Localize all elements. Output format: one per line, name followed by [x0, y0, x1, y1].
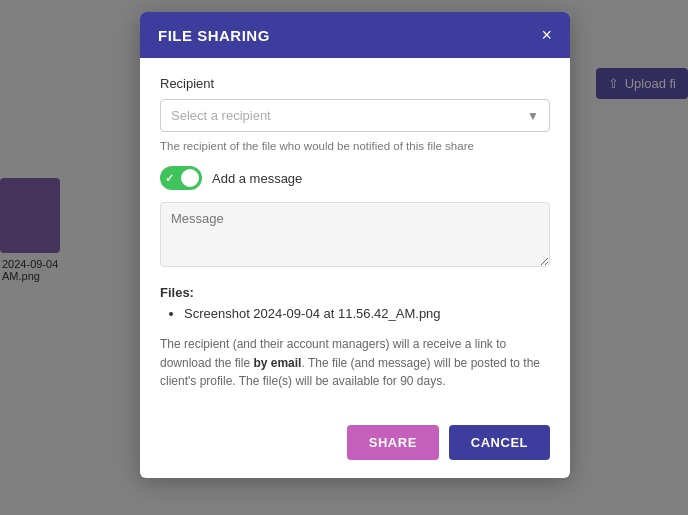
files-section: Files: Screenshot 2024-09-04 at 11.56.42…: [160, 285, 550, 321]
file-sharing-dialog: FILE SHARING × Recipient Select a recipi…: [140, 12, 570, 478]
toggle-track: ✓: [160, 166, 202, 190]
recipient-hint: The recipient of the file who would be n…: [160, 140, 550, 152]
recipient-label: Recipient: [160, 76, 550, 91]
files-label: Files:: [160, 285, 550, 300]
recipient-select[interactable]: Select a recipient ▼: [160, 99, 550, 132]
dialog-footer: SHARE CANCEL: [140, 425, 570, 478]
cancel-button[interactable]: CANCEL: [449, 425, 550, 460]
dialog-header: FILE SHARING ×: [140, 12, 570, 58]
toggle-check-icon: ✓: [165, 172, 174, 185]
files-list: Screenshot 2024-09-04 at 11.56.42_AM.png: [160, 306, 550, 321]
info-text-bold: by email: [253, 356, 301, 370]
add-message-toggle-row: ✓ Add a message: [160, 166, 550, 190]
recipient-placeholder: Select a recipient: [171, 108, 527, 123]
add-message-toggle[interactable]: ✓: [160, 166, 202, 190]
close-button[interactable]: ×: [541, 26, 552, 44]
file-item: Screenshot 2024-09-04 at 11.56.42_AM.png: [184, 306, 550, 321]
add-message-label: Add a message: [212, 171, 302, 186]
dialog-title: FILE SHARING: [158, 27, 270, 44]
dialog-body: Recipient Select a recipient ▼ The recip…: [140, 58, 570, 425]
info-text: The recipient (and their account manager…: [160, 335, 550, 391]
toggle-thumb: [181, 169, 199, 187]
share-button[interactable]: SHARE: [347, 425, 439, 460]
chevron-down-icon: ▼: [527, 109, 539, 123]
message-textarea[interactable]: [160, 202, 550, 267]
